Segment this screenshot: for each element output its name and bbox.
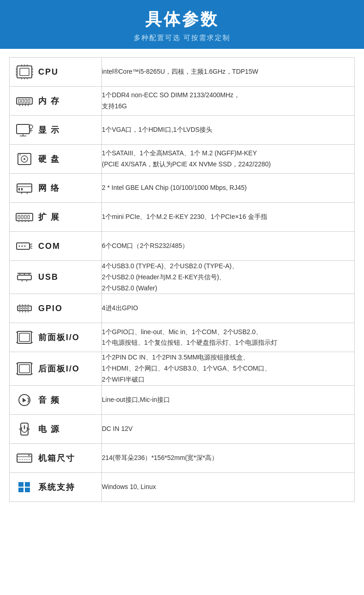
cpu-label: CPU: [38, 67, 59, 77]
svg-rect-1: [20, 68, 29, 76]
label-cell-audio: 音 频: [10, 385, 102, 414]
svg-point-64: [19, 307, 21, 309]
svg-point-66: [24, 307, 26, 309]
front-io-icon: [14, 329, 35, 346]
table-row: GPIO4进4出GPIO: [10, 294, 355, 323]
network-label: 网 络: [38, 183, 60, 194]
rear-io-label: 后面板I/O: [38, 363, 80, 374]
memory-value: 1个DDR4 non-ECC SO DIMM 2133/2400MHz，支持16…: [102, 87, 355, 116]
label-cell-gpio: GPIO: [10, 294, 102, 323]
svg-rect-101: [25, 488, 30, 492]
memory-label: 内 存: [38, 95, 60, 106]
os-value: Windows 10, Linux: [102, 472, 355, 501]
storage-icon: [14, 150, 35, 168]
chassis-icon: [14, 449, 35, 467]
page-title: 具体参数: [0, 8, 364, 31]
svg-rect-49: [17, 243, 29, 249]
power-value: DC IN 12V: [102, 414, 355, 443]
label-cell-storage: 硬 盘: [10, 145, 102, 174]
com-label: COM: [38, 242, 60, 251]
label-cell-usb: USB: [10, 261, 102, 294]
table-row: 扩 展1个mini PCIe、1个M.2 E-KEY 2230、1个PCIe×1…: [10, 203, 355, 232]
table-row: 硬 盘1个SATAIII、1个全高MSATA、1个 M.2 (NGFF)M-KE…: [10, 145, 355, 174]
table-row: 机箱尺寸214(带耳朵236）*156*52mm(宽*深*高）: [10, 443, 355, 472]
power-icon: [14, 420, 35, 438]
svg-rect-36: [21, 188, 23, 190]
expansion-label: 扩 展: [38, 212, 60, 223]
gpio-icon: [14, 300, 35, 317]
svg-point-31: [23, 158, 25, 160]
svg-rect-16: [22, 99, 23, 103]
svg-rect-77: [19, 333, 29, 342]
label-cell-chassis: 机箱尺寸: [10, 443, 102, 472]
svg-point-52: [24, 246, 26, 247]
svg-rect-15: [18, 99, 20, 103]
svg-point-50: [19, 246, 20, 247]
table-row: USB4个USB3.0 (TYPE-A)、2个USB2.0 (TYPE-A)、2…: [10, 261, 355, 294]
rear-io-value: 1个2PIN DC IN、1个2PIN 3.5MM电源按钮接线盒、1个HDMI、…: [102, 352, 355, 385]
com-value: 6个COM口（2个RS232/485）: [102, 232, 355, 261]
page-header: 具体参数 多种配置可选 可按需求定制: [0, 0, 364, 49]
label-cell-network: 网 络: [10, 174, 102, 203]
svg-rect-43: [24, 215, 26, 219]
usb-icon: [14, 269, 35, 286]
usb-value: 4个USB3.0 (TYPE-A)、2个USB2.0 (TYPE-A)、2个US…: [102, 261, 355, 294]
svg-point-67: [27, 307, 29, 309]
label-cell-cpu: CPU: [10, 58, 102, 87]
svg-point-95: [29, 454, 30, 456]
table-row: 电 源DC IN 12V: [10, 414, 355, 443]
network-value: 2 * Intel GBE LAN Chip (10/100/1000 Mbps…: [102, 174, 355, 203]
svg-rect-100: [18, 488, 23, 492]
gpio-value: 4进4出GPIO: [102, 294, 355, 323]
svg-rect-42: [21, 215, 23, 219]
table-row: 前面板I/O1个GPIO口、line-out、Mic in、1个COM、2个US…: [10, 323, 355, 352]
chassis-value: 214(带耳朵236）*156*52mm(宽*深*高）: [102, 443, 355, 472]
table-row: 后面板I/O1个2PIN DC IN、1个2PIN 3.5MM电源按钮接线盒、1…: [10, 352, 355, 385]
gpio-label: GPIO: [38, 304, 63, 313]
table-row: 系统支持Windows 10, Linux: [10, 472, 355, 501]
svg-rect-44: [28, 215, 29, 219]
label-cell-memory: 内 存: [10, 87, 102, 116]
svg-rect-99: [25, 482, 30, 487]
page-subtitle: 多种配置可选 可按需求定制: [0, 34, 364, 42]
usb-label: USB: [38, 272, 59, 282]
cpu-icon: [14, 63, 35, 81]
table-row: 网 络2 * Intel GBE LAN Chip (10/100/1000 M…: [10, 174, 355, 203]
label-cell-front-io: 前面板I/O: [10, 323, 102, 352]
label-cell-expansion: 扩 展: [10, 203, 102, 232]
svg-rect-83: [19, 365, 29, 373]
chassis-label: 机箱尺寸: [38, 453, 75, 464]
power-label: 电 源: [38, 424, 60, 435]
com-icon: [14, 237, 35, 255]
table-row: CPUintel®Core™i5-8265U，四核，主频1.6GHz，TDP15…: [10, 58, 355, 87]
expansion-icon: [14, 208, 35, 226]
storage-value: 1个SATAIII、1个全高MSATA、1个 M.2 (NGFF)M-KEY(P…: [102, 145, 355, 174]
svg-point-51: [22, 246, 23, 247]
table-row: 显 示1个VGA口，1个HDMI口,1个LVDS接头: [10, 116, 355, 145]
label-cell-display: 显 示: [10, 116, 102, 145]
rear-io-icon: [14, 360, 35, 377]
svg-rect-41: [18, 215, 20, 219]
audio-value: Line-out接口,Mic-in接口: [102, 385, 355, 414]
cpu-value: intel®Core™i5-8265U，四核，主频1.6GHz，TDP15W: [102, 58, 355, 87]
network-icon: [14, 179, 35, 197]
os-label: 系统支持: [38, 482, 75, 493]
audio-label: 音 频: [38, 395, 60, 406]
display-value: 1个VGA口，1个HDMI口,1个LVDS接头: [102, 116, 355, 145]
expansion-value: 1个mini PCIe、1个M.2 E-KEY 2230、1个PCIe×16 金…: [102, 203, 355, 232]
svg-rect-17: [25, 99, 27, 103]
storage-label: 硬 盘: [38, 153, 60, 165]
svg-rect-98: [18, 482, 23, 487]
svg-rect-23: [17, 124, 29, 134]
svg-point-65: [22, 307, 23, 309]
table-row: COM6个COM口（2个RS232/485）: [10, 232, 355, 261]
front-io-label: 前面板I/O: [38, 332, 80, 343]
label-cell-rear-io: 后面板I/O: [10, 352, 102, 385]
spec-table-wrapper: CPUintel®Core™i5-8265U，四核，主频1.6GHz，TDP15…: [0, 49, 364, 511]
label-cell-os: 系统支持: [10, 472, 102, 501]
table-row: 内 存1个DDR4 non-ECC SO DIMM 2133/2400MHz，支…: [10, 87, 355, 116]
label-cell-power: 电 源: [10, 414, 102, 443]
spec-table: CPUintel®Core™i5-8265U，四核，主频1.6GHz，TDP15…: [9, 57, 355, 502]
svg-rect-56: [18, 275, 31, 280]
display-icon: [14, 121, 35, 139]
